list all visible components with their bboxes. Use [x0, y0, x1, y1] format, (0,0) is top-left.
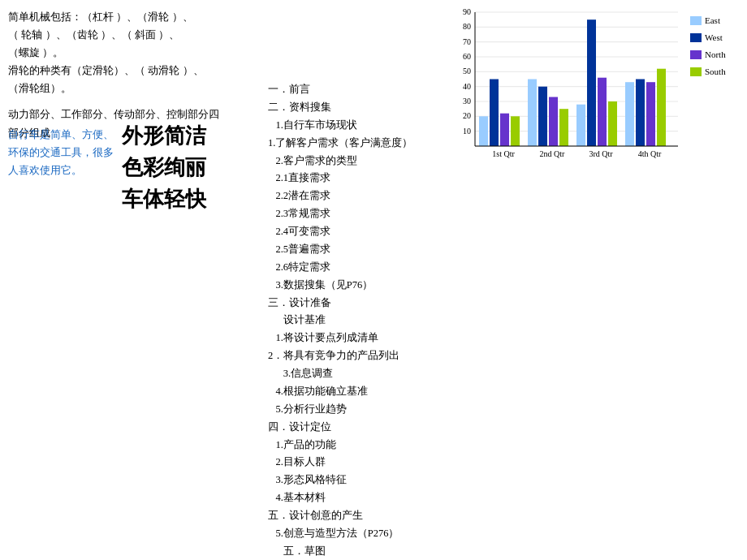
toc-item: 3.形态风格特征	[268, 472, 455, 489]
line1: 简单机械包括：（杠杆 ）、（滑轮 ）、	[8, 8, 219, 26]
line2: （ 轮轴 ）、（齿轮 ）、（ 斜面 ）、	[8, 26, 219, 44]
svg-text:10: 10	[463, 127, 471, 136]
bar-3qtr-west	[587, 19, 596, 146]
svg-text:80: 80	[463, 22, 471, 31]
bar-1qtr-east	[479, 116, 488, 146]
chart-legend: East West North South	[690, 12, 739, 80]
toc-item: 2．将具有竞争力的产品列出	[268, 347, 455, 365]
legend-north: North	[690, 46, 739, 63]
line5: （滑轮组）。	[8, 80, 219, 97]
bar-4qtr-north	[646, 82, 655, 146]
big-line2: 色彩绚丽	[122, 152, 206, 183]
chart-wrap: 90 80 70 60 50 40 30 20 10	[447, 4, 739, 166]
toc-item: 1.产品的功能	[268, 437, 455, 454]
toc-item: 五．设计创意的产生	[268, 507, 455, 525]
svg-text:4th Qtr: 4th Qtr	[638, 149, 662, 158]
svg-text:70: 70	[463, 37, 471, 46]
toc-item: 2.5普遍需求	[268, 241, 455, 259]
bar-1qtr-west	[490, 80, 499, 147]
legend-color-south	[690, 67, 702, 76]
bar-1qtr-north	[500, 114, 509, 146]
toc-item: 2.客户需求的类型	[268, 153, 455, 170]
toc-item: 3.数据搜集（见P76）	[268, 277, 455, 295]
toc-item: 2.1直接需求	[268, 170, 455, 187]
toc-item: 2.3常规需求	[268, 205, 455, 223]
svg-text:90: 90	[463, 7, 471, 16]
toc-item: 四．设计定位	[268, 419, 455, 437]
toc-item: 一．前言	[268, 81, 455, 99]
toc-item: 五．草图	[268, 543, 455, 560]
toc-item: 2.4可变需求	[268, 223, 455, 241]
big-line1: 外形简洁	[122, 120, 206, 152]
toc-item: 1.了解客户需求（客户满意度）	[268, 135, 455, 153]
line3: （螺旋 ）。	[8, 44, 219, 62]
svg-text:30: 30	[463, 97, 471, 106]
legend-label-west: West	[705, 29, 723, 46]
bar-4qtr-east	[625, 82, 634, 146]
toc-item: 4.基本材料	[268, 489, 455, 507]
bar-2qtr-west	[538, 87, 547, 146]
legend-label-north: North	[705, 46, 726, 63]
bar-3qtr-north	[598, 78, 607, 146]
legend-label-south: South	[705, 63, 726, 80]
chart-area: 90 80 70 60 50 40 30 20 10	[447, 4, 739, 166]
bar-2qtr-east	[528, 80, 537, 147]
toc-item: 三．设计准备	[268, 295, 455, 312]
bar-3qtr-east	[576, 105, 585, 146]
bar-4qtr-west	[636, 80, 645, 147]
legend-label-east: East	[705, 12, 720, 29]
legend-color-west	[690, 33, 702, 42]
svg-text:40: 40	[463, 82, 471, 91]
big-line3: 车体轻快	[122, 183, 206, 215]
toc-item: 5.创意与造型方法（P276）	[268, 525, 455, 543]
toc-item: 5.分析行业趋势	[268, 401, 455, 419]
big-text: 外形简洁 色彩绚丽 车体轻快	[122, 120, 206, 215]
svg-text:2nd Qtr: 2nd Qtr	[540, 149, 566, 158]
bar-2qtr-north	[549, 97, 558, 147]
legend-color-east	[690, 16, 702, 25]
legend-east: East	[690, 12, 739, 29]
toc-item: 2.目标人群	[268, 454, 455, 472]
toc-block: 一．前言二．资料搜集 1.自行车市场现状1.了解客户需求（客户满意度） 2.客户…	[268, 81, 455, 560]
line4: 滑轮的种类有（定滑轮）、（ 动滑轮 ）、	[8, 62, 219, 80]
legend-color-north	[690, 50, 702, 59]
legend-south: South	[690, 63, 739, 80]
toc-item: 2.2潜在需求	[268, 187, 455, 205]
toc-item: 设计基准	[268, 312, 455, 330]
page-container: 简单机械包括：（杠杆 ）、（滑轮 ）、 （ 轮轴 ）、（齿轮 ）、（ 斜面 ）、…	[0, 0, 747, 560]
svg-text:1st Qtr: 1st Qtr	[492, 149, 515, 158]
toc-item: 二．资料搜集	[268, 99, 455, 117]
toc-item: 3.信息调查	[268, 365, 455, 383]
svg-text:60: 60	[463, 52, 471, 61]
bar-2qtr-south	[559, 109, 568, 146]
svg-text:50: 50	[463, 67, 471, 75]
blue-text: 自行车是简单、方便、环保的交通工具，很多人喜欢使用它。	[8, 126, 114, 179]
svg-text:20: 20	[463, 111, 471, 120]
legend-west: West	[690, 29, 739, 46]
toc-item: 1.自行车市场现状	[268, 117, 455, 135]
toc-item: 4.根据功能确立基准	[268, 383, 455, 401]
toc-item: 2.6特定需求	[268, 259, 455, 277]
svg-text:3rd Qtr: 3rd Qtr	[589, 149, 613, 158]
chart-svg: 90 80 70 60 50 40 30 20 10	[447, 4, 690, 162]
bar-1qtr-south	[511, 116, 520, 146]
bar-4qtr-south	[657, 69, 666, 146]
toc-item: 1.将设计要点列成清单	[268, 330, 455, 347]
bar-3qtr-south	[608, 101, 617, 146]
